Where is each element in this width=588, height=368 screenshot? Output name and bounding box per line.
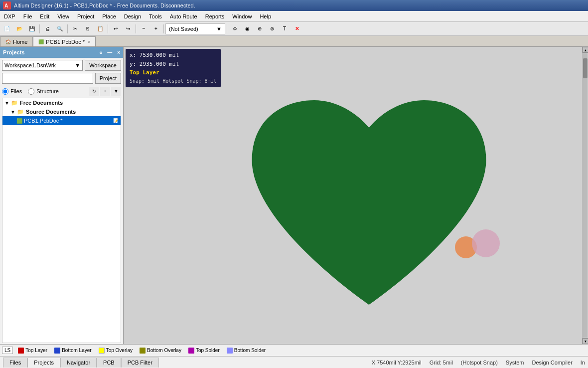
title-bar: A Altium Designer (16.1) - PCB1.PcbDoc *… (0, 0, 588, 11)
tb-extra2[interactable]: ◉ (241, 23, 253, 34)
bottom-tab-pcb-filter[interactable]: PCB Filter (121, 358, 159, 368)
scroll-down-btn[interactable]: ▼ (583, 338, 588, 344)
tb-sep4 (136, 24, 136, 33)
radio-files[interactable]: Files (2, 88, 22, 95)
tree-pcb1[interactable]: 🟩 PCB1.PcbDoc * 📝 (2, 116, 121, 125)
tb-sep6 (227, 24, 227, 33)
menu-tools[interactable]: Tools (145, 11, 166, 21)
status-info: In (581, 360, 585, 366)
tb-copy[interactable]: ⎘ (82, 23, 94, 34)
search-area: Project (0, 73, 123, 86)
not-saved-dropdown[interactable]: (Not Saved) ▼ (165, 23, 225, 34)
layer-top-overlay[interactable]: Top Overlay (97, 346, 135, 355)
tab-close-icon[interactable]: × (88, 39, 90, 44)
app-icon: A (3, 1, 11, 9)
workspace-dropdown[interactable]: Workspace1.DsnWrk ▼ (2, 60, 83, 71)
doc-tabs: 🏠 Home 🟩 PCB1.PcbDoc * × (0, 36, 588, 47)
tb-print[interactable]: 🖨 (41, 23, 53, 34)
tb-route[interactable]: ~ (138, 23, 149, 34)
radio-files-input[interactable] (2, 88, 8, 95)
collapse-icon-2: ▼ (10, 109, 15, 115)
folder-icon: 📁 (11, 100, 18, 106)
bottom-tab-pcb[interactable]: PCB (97, 358, 121, 368)
status-right: X:7540mil Y:2925mil Grid: 5mil (Hotspot … (372, 360, 585, 366)
tb-sep3 (108, 24, 108, 33)
scroll-up-btn[interactable]: ▲ (583, 47, 588, 53)
tb-save[interactable]: 💾 (26, 23, 38, 34)
search-input[interactable] (2, 73, 93, 84)
panel-dropdown-icon[interactable]: ▼ (111, 87, 121, 96)
file-modified-icon: 📝 (113, 118, 119, 123)
panel-refresh-icon[interactable]: ↻ (89, 87, 99, 96)
tb-undo[interactable]: ↩ (110, 23, 122, 34)
menu-view[interactable]: View (53, 11, 73, 21)
ls-label: LS (4, 348, 10, 353)
tb-zoom[interactable]: 🔍 (54, 23, 66, 34)
menu-project[interactable]: Project (73, 11, 98, 21)
tb-sep5 (163, 24, 164, 33)
bottom-tab-files[interactable]: Files (3, 358, 27, 368)
panel-controls: « — × (100, 50, 120, 55)
tab-home[interactable]: 🏠 Home (0, 36, 33, 46)
status-design-compiler[interactable]: Design Compiler (532, 360, 573, 366)
project-tree: ▼ 📁 Free Documents ▼ 📁 Source Documents … (2, 98, 121, 343)
panel-minimize-icon[interactable]: — (107, 50, 112, 55)
tb-extra1[interactable]: ⚙ (229, 23, 241, 34)
panel-close-icon[interactable]: × (117, 50, 120, 55)
component-c2 (472, 229, 500, 257)
view-mode-radio: Files Structure ↻ + ▼ (0, 86, 123, 97)
layer-bottom[interactable]: Bottom Layer (52, 346, 93, 355)
menu-design[interactable]: Design (120, 11, 145, 21)
layer-ls[interactable]: LS (2, 347, 13, 354)
menu-edit[interactable]: Edit (36, 11, 53, 21)
heart-shape (237, 75, 501, 326)
tb-cut[interactable]: ✂ (69, 23, 81, 34)
menu-autoroute[interactable]: Auto Route (166, 11, 201, 21)
layer-bottom-overlay[interactable]: Bottom Overlay (138, 346, 183, 355)
scroll-track (583, 53, 588, 338)
tb-open[interactable]: 📂 (13, 23, 25, 34)
bottom-tab-navigator[interactable]: Navigator (60, 358, 97, 368)
bottom-layer-color (54, 348, 60, 354)
radio-structure[interactable]: Structure (28, 88, 59, 95)
tb-redo[interactable]: ↪ (122, 23, 134, 34)
menu-place[interactable]: Place (98, 11, 120, 21)
menu-reports[interactable]: Reports (201, 11, 229, 21)
coord-y: y: 2935.000 mil (130, 60, 217, 69)
tb-new[interactable]: 📄 (1, 23, 13, 34)
canvas-area[interactable]: x: 7530.000 mil y: 2935.000 mil Top Laye… (124, 47, 588, 344)
menu-help[interactable]: Help (256, 11, 275, 21)
main-area: Projects « — × Workspace1.DsnWrk ▼ Works… (0, 47, 588, 344)
home-icon: 🏠 (5, 39, 11, 44)
menu-file[interactable]: File (19, 11, 36, 21)
menu-dxp[interactable]: DXP (0, 11, 19, 21)
right-scrollbar[interactable]: ▲ ▼ (582, 47, 588, 344)
tab-pcb[interactable]: 🟩 PCB1.PcbDoc * × (33, 36, 96, 46)
status-snap: (Hotspot Snap) (461, 360, 498, 366)
layer-top-solder[interactable]: Top Solder (186, 346, 222, 355)
dropdown-arrow-icon: ▼ (216, 26, 222, 32)
bottom-tab-projects[interactable]: Projects (27, 358, 60, 368)
tb-extra3[interactable]: ⊕ (254, 23, 266, 34)
tb-paste[interactable]: 📋 (94, 23, 106, 34)
tree-source-documents[interactable]: ▼ 📁 Source Documents (2, 107, 121, 116)
coord-layer: Top Layer (130, 68, 217, 77)
panel-add-icon[interactable]: + (100, 87, 110, 96)
project-button[interactable]: Project (95, 73, 121, 84)
panel-pin-icon[interactable]: « (100, 50, 103, 55)
scroll-thumb[interactable] (583, 58, 588, 78)
menu-window[interactable]: Window (228, 11, 256, 21)
layer-bottom-solder[interactable]: Bottom Solder (225, 346, 268, 355)
tb-place[interactable]: + (150, 23, 162, 34)
tree-free-documents[interactable]: ▼ 📁 Free Documents (2, 98, 121, 107)
bottom-solder-color (227, 348, 233, 354)
tb-text[interactable]: T (279, 23, 291, 34)
radio-structure-input[interactable] (28, 88, 34, 95)
folder-icon-2: 📁 (17, 109, 24, 115)
status-system[interactable]: System (506, 360, 524, 366)
workspace-area: Workspace1.DsnWrk ▼ Workspace (0, 58, 123, 73)
workspace-button[interactable]: Workspace (85, 60, 121, 71)
tb-extra4[interactable]: ⊗ (266, 23, 278, 34)
tb-close[interactable]: ✕ (291, 23, 303, 34)
layer-top[interactable]: Top Layer (16, 346, 49, 355)
